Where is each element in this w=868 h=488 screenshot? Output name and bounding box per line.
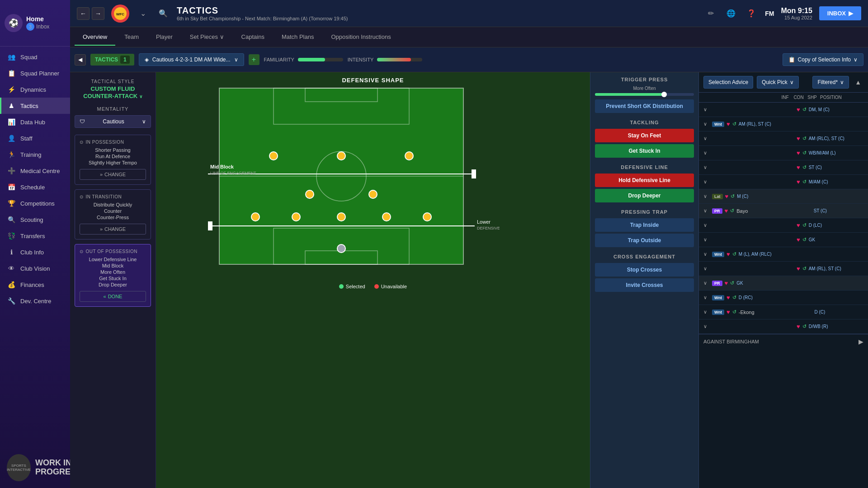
add-tactic-button[interactable]: + xyxy=(249,54,259,65)
stay-on-feet-button[interactable]: Stay On Feet xyxy=(595,129,694,142)
refresh-icon-12[interactable]: ↺ xyxy=(802,266,807,272)
out-of-possession-done-button[interactable]: « DONE xyxy=(80,291,146,302)
sidebar-item-schedule[interactable]: 📅Schedule xyxy=(0,179,70,195)
heart-icon-7[interactable]: ♥ xyxy=(725,193,729,200)
expand-icon-5[interactable]: ∨ xyxy=(703,164,710,170)
tab-set-pieces[interactable]: Set Pieces ∨ xyxy=(182,29,232,46)
tab-overview[interactable]: Overview xyxy=(75,29,115,46)
sidebar-item-competitions[interactable]: 🏆Competitions xyxy=(0,195,70,211)
refresh-icon-13[interactable]: ↺ xyxy=(730,280,734,286)
refresh-icon-9[interactable]: ↺ xyxy=(802,222,807,228)
expand-icon-4[interactable]: ∨ xyxy=(703,150,710,156)
expand-icon-6[interactable]: ∨ xyxy=(703,179,710,185)
tab-team[interactable]: Team xyxy=(116,29,147,46)
tac-style-dropdown-icon[interactable]: ∨ xyxy=(139,94,142,99)
home-link[interactable]: Home xyxy=(26,15,49,23)
heart-icon-12[interactable]: ♥ xyxy=(797,265,800,272)
edit-icon[interactable]: ✏ xyxy=(704,7,717,20)
globe-icon[interactable]: 🌐 xyxy=(724,7,738,20)
sidebar-item-data-hub[interactable]: 📊Data Hub xyxy=(0,114,70,130)
sidebar-item-dynamics[interactable]: ⚡Dynamics xyxy=(0,81,70,98)
sidebar-item-squad-planner[interactable]: 📋Squad Planner xyxy=(0,65,70,81)
heart-icon-9[interactable]: ♥ xyxy=(797,222,800,229)
heart-icon-1[interactable]: ♥ xyxy=(797,106,800,113)
sidebar-item-training[interactable]: 🏃Training xyxy=(0,146,70,163)
sidebar-item-finances[interactable]: 💰Finances xyxy=(0,277,70,293)
selection-advice-button[interactable]: Selection Advice xyxy=(703,76,753,89)
drop-deeper-button[interactable]: Drop Deeper xyxy=(595,189,694,202)
heart-icon-3[interactable]: ♥ xyxy=(797,135,800,142)
refresh-icon-8[interactable]: ↺ xyxy=(730,208,734,214)
refresh-icon-6[interactable]: ↺ xyxy=(802,179,807,185)
get-stuck-in-button[interactable]: Get Stuck In xyxy=(595,144,694,158)
heart-icon-4[interactable]: ♥ xyxy=(797,150,800,156)
mentality-dropdown[interactable]: 🛡 Cautious ∨ xyxy=(75,115,151,128)
copy-selection-button[interactable]: 📋 Copy of Selection Info ∨ xyxy=(783,53,863,66)
expand-icon-16[interactable]: ∨ xyxy=(703,324,710,329)
expand-icon-8[interactable]: ∨ xyxy=(703,208,710,214)
heart-icon-14[interactable]: ♥ xyxy=(726,294,730,301)
expand-icon-2[interactable]: ∨ xyxy=(703,121,710,127)
tab-opposition-instructions[interactable]: Opposition Instructions xyxy=(323,29,399,46)
expand-icon-13[interactable]: ∨ xyxy=(703,280,710,286)
heart-icon-16[interactable]: ♥ xyxy=(797,323,800,330)
heart-icon-10[interactable]: ♥ xyxy=(797,236,800,243)
tab-player[interactable]: Player xyxy=(148,29,181,46)
refresh-icon-14[interactable]: ↺ xyxy=(732,295,736,300)
sidebar-item-club-info[interactable]: ℹClub Info xyxy=(0,244,70,260)
refresh-icon-10[interactable]: ↺ xyxy=(802,237,807,243)
refresh-icon-16[interactable]: ↺ xyxy=(802,324,807,329)
trigger-press-handle[interactable] xyxy=(661,92,667,97)
refresh-icon-2[interactable]: ↺ xyxy=(732,121,736,127)
expand-icon-7[interactable]: ∨ xyxy=(703,193,710,199)
against-birmingham-section[interactable]: AGAINST BIRMINGHAM ▶ xyxy=(699,334,868,349)
heart-icon-6[interactable]: ♥ xyxy=(797,178,800,185)
refresh-icon-7[interactable]: ↺ xyxy=(731,193,735,199)
heart-icon-11[interactable]: ♥ xyxy=(726,251,730,258)
tac-back-button[interactable]: ◀ xyxy=(75,54,86,66)
expand-right-icon[interactable]: ▶ xyxy=(859,338,863,345)
search-icon[interactable]: 🔍 xyxy=(156,7,170,20)
sidebar-item-squad[interactable]: 👥Squad xyxy=(0,49,70,65)
trap-outside-button[interactable]: Trap Outside xyxy=(595,234,694,247)
sidebar-item-scouting[interactable]: 🔍Scouting xyxy=(0,211,70,228)
help-icon[interactable]: ❓ xyxy=(745,7,758,20)
expand-icon-1[interactable]: ∨ xyxy=(703,107,710,113)
sidebar-item-dev-centre[interactable]: 🔧Dev. Centre xyxy=(0,293,70,309)
prevent-distribution-button[interactable]: Prevent Short GK Distribution xyxy=(595,99,694,113)
expand-icon-3[interactable]: ∨ xyxy=(703,136,710,141)
quick-pick-button[interactable]: Quick Pick ∨ xyxy=(757,76,799,89)
refresh-icon-11[interactable]: ↺ xyxy=(732,251,736,257)
expand-icon-14[interactable]: ∨ xyxy=(703,295,710,300)
heart-icon-8[interactable]: ♥ xyxy=(725,207,728,214)
expand-icon[interactable]: ⌄ xyxy=(136,7,150,20)
expand-icon-10[interactable]: ∨ xyxy=(703,237,710,243)
expand-icon-11[interactable]: ∨ xyxy=(703,251,710,257)
sidebar-item-medical[interactable]: ➕Medical Centre xyxy=(0,163,70,179)
inbox-button[interactable]: INBOX ▶ xyxy=(819,6,861,20)
formation-dropdown[interactable]: ◈ Cautious 4-2-3-1 DM AM Wide... ∨ xyxy=(139,53,244,66)
filtered-button[interactable]: Filtered* ∨ xyxy=(812,76,849,89)
in-transition-change-button[interactable]: » CHANGE xyxy=(80,224,146,235)
expand-icon-9[interactable]: ∨ xyxy=(703,222,710,228)
trap-inside-button[interactable]: Trap Inside xyxy=(595,218,694,232)
sidebar-item-tactics[interactable]: ♟Tactics xyxy=(0,98,70,114)
refresh-icon-1[interactable]: ↺ xyxy=(802,107,807,113)
sidebar-item-staff[interactable]: 👤Staff xyxy=(0,130,70,146)
in-possession-change-button[interactable]: » CHANGE xyxy=(80,169,146,180)
refresh-icon-5[interactable]: ↺ xyxy=(802,164,807,170)
refresh-icon-3[interactable]: ↺ xyxy=(802,136,807,141)
heart-icon-5[interactable]: ♥ xyxy=(797,164,800,171)
expand-icon-15[interactable]: ∨ xyxy=(703,309,710,315)
heart-icon-2[interactable]: ♥ xyxy=(726,121,730,127)
inbox-link[interactable]: 3 Inbox xyxy=(26,23,49,31)
sidebar-item-transfers[interactable]: 💱Transfers xyxy=(0,228,70,244)
minimize-panel-button[interactable]: ▲ xyxy=(853,76,863,88)
trigger-press-slider[interactable] xyxy=(595,93,694,96)
invite-crosses-button[interactable]: Invite Crosses xyxy=(595,278,694,292)
heart-icon-15[interactable]: ♥ xyxy=(726,309,730,315)
stop-crosses-button[interactable]: Stop Crosses xyxy=(595,263,694,277)
tab-match-plans[interactable]: Match Plans xyxy=(274,29,322,46)
sidebar-item-club-vision[interactable]: 👁Club Vision xyxy=(0,260,70,277)
hold-defensive-line-button[interactable]: Hold Defensive Line xyxy=(595,174,694,187)
